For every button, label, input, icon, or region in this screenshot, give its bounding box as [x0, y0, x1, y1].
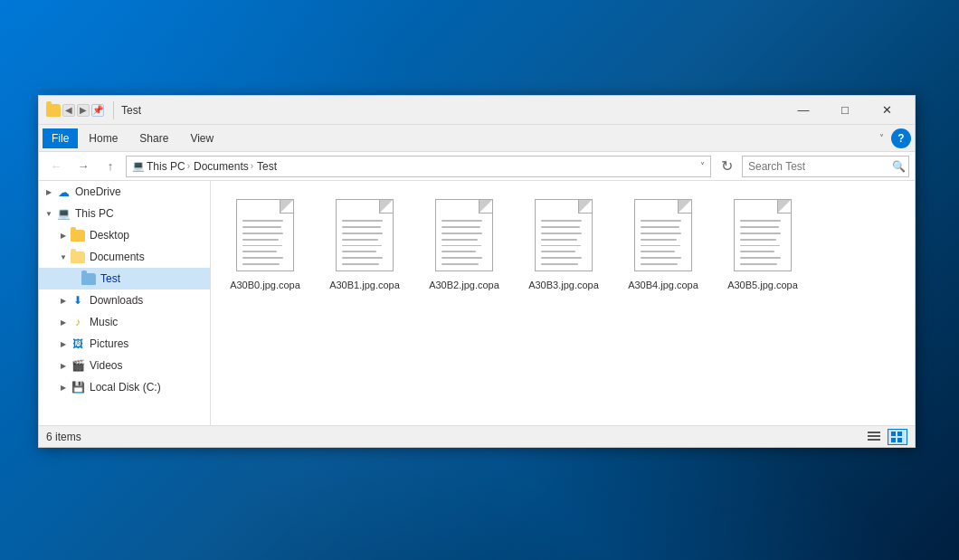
path-test[interactable]: Test	[257, 160, 277, 173]
sidebar-item-videos[interactable]: ▶ 🎬 Videos	[39, 355, 210, 376]
search-box[interactable]: 🔍	[742, 156, 909, 177]
title-pin-icon[interactable]: 📌	[91, 104, 104, 117]
file-area: A30B0.jpg.copa A30B1.jpg.copa	[211, 181, 915, 425]
path-pc-icon: 💻	[132, 160, 145, 172]
minimize-button[interactable]: —	[783, 96, 824, 125]
onedrive-label: OneDrive	[75, 185, 121, 198]
pictures-icon: 🖼	[70, 336, 86, 352]
svg-rect-2	[868, 439, 880, 441]
address-path[interactable]: 💻 This PC › Documents › Test ˅	[126, 156, 711, 177]
pictures-expand-icon: ▶	[57, 337, 70, 350]
sidebar: ▶ ☁ OneDrive ▼ 💻 This PC ▶ Des	[39, 181, 211, 425]
close-button[interactable]: ✕	[866, 96, 907, 125]
refresh-button[interactable]: ↻	[715, 155, 738, 178]
documents-expand-icon: ▼	[57, 251, 70, 263]
file-icon-3	[531, 195, 596, 275]
svg-rect-4	[897, 432, 902, 436]
help-button[interactable]: ?	[891, 128, 911, 148]
videos-label: Videos	[90, 359, 122, 372]
nav-up-button[interactable]: ↑	[99, 155, 122, 178]
test-expand-icon	[71, 272, 81, 285]
title-bar-icons: ◀ ▶ 📌	[46, 104, 104, 117]
ribbon-collapse-icon[interactable]: ˅	[876, 131, 888, 145]
sidebar-item-this-pc[interactable]: ▼ 💻 This PC	[39, 203, 210, 224]
local-disk-label: Local Disk (C:)	[90, 381, 161, 394]
downloads-expand-icon: ▶	[57, 294, 70, 307]
search-input[interactable]	[743, 160, 889, 173]
menu-view[interactable]: View	[179, 128, 224, 148]
large-icons-view-icon	[891, 432, 904, 442]
file-name-4: A30B4.jpg.copa	[628, 279, 698, 291]
details-view-button[interactable]	[864, 429, 884, 445]
window-controls: — □ ✕	[783, 96, 907, 125]
downloads-icon: ⬇	[70, 292, 86, 308]
item-count: 6 items	[46, 431, 81, 443]
videos-expand-icon: ▶	[57, 359, 70, 372]
file-item-0[interactable]: A30B0.jpg.copa	[220, 190, 310, 295]
file-name-5: A30B5.jpg.copa	[727, 279, 798, 291]
file-icon-4	[631, 195, 696, 275]
file-item-1[interactable]: A30B1.jpg.copa	[319, 190, 410, 295]
nav-back-button[interactable]: ←	[44, 155, 68, 178]
menu-share[interactable]: Share	[128, 128, 179, 148]
path-documents[interactable]: Documents ›	[194, 160, 253, 173]
pictures-label: Pictures	[90, 337, 128, 350]
test-label: Test	[100, 272, 120, 285]
sidebar-item-documents[interactable]: ▼ Documents	[39, 246, 210, 268]
path-arrow-1: ›	[187, 161, 190, 171]
file-name-1: A30B1.jpg.copa	[329, 279, 400, 291]
sidebar-item-test[interactable]: Test	[39, 268, 210, 289]
sidebar-item-desktop[interactable]: ▶ Desktop	[39, 224, 210, 246]
address-dropdown-arrow[interactable]: ˅	[700, 161, 705, 171]
sidebar-item-local-disk[interactable]: ▶ 💾 Local Disk (C:)	[39, 376, 210, 398]
music-label: Music	[90, 316, 118, 328]
svg-rect-3	[891, 432, 896, 436]
sidebar-item-pictures[interactable]: ▶ 🖼 Pictures	[39, 333, 210, 355]
file-explorer-window: ◀ ▶ 📌 Test — □ ✕ File Home Share View ˅ …	[38, 95, 916, 448]
menu-bar-right: ˅ ?	[876, 128, 911, 148]
file-item-4[interactable]: A30B4.jpg.copa	[618, 190, 708, 295]
sidebar-item-onedrive[interactable]: ▶ ☁ OneDrive	[39, 181, 210, 203]
downloads-label: Downloads	[90, 294, 143, 307]
file-icon-2	[432, 195, 497, 275]
file-item-2[interactable]: A30B2.jpg.copa	[419, 190, 509, 295]
file-item-5[interactable]: A30B5.jpg.copa	[717, 190, 808, 295]
local-disk-expand-icon: ▶	[57, 381, 70, 394]
svg-rect-5	[891, 438, 896, 442]
large-icons-view-button[interactable]	[888, 429, 907, 445]
music-expand-icon: ▶	[57, 316, 70, 328]
maximize-button[interactable]: □	[824, 96, 866, 125]
this-pc-label: This PC	[75, 207, 114, 220]
local-disk-icon: 💾	[70, 379, 86, 395]
sidebar-item-downloads[interactable]: ▶ ⬇ Downloads	[39, 289, 210, 311]
svg-rect-1	[868, 435, 880, 437]
sidebar-item-music[interactable]: ▶ ♪ Music	[39, 311, 210, 333]
title-bar: ◀ ▶ 📌 Test — □ ✕	[39, 96, 915, 125]
details-view-icon	[868, 432, 880, 442]
file-icon-5	[730, 195, 795, 275]
path-this-pc[interactable]: 💻 This PC ›	[132, 160, 190, 173]
desktop-folder-icon	[70, 227, 86, 243]
this-pc-expand-icon: ▼	[43, 207, 55, 220]
search-icon[interactable]: 🔍	[889, 157, 908, 176]
path-arrow-2: ›	[251, 161, 253, 171]
title-forward-icon[interactable]: ▶	[77, 104, 90, 117]
view-controls	[864, 429, 907, 445]
menu-home[interactable]: Home	[78, 128, 128, 148]
file-item-3[interactable]: A30B3.jpg.copa	[518, 190, 609, 295]
title-folder-icon	[46, 104, 61, 117]
file-icon-1	[332, 195, 397, 275]
music-icon: ♪	[70, 314, 86, 330]
menu-file[interactable]: File	[43, 128, 78, 148]
this-pc-icon: 💻	[55, 205, 71, 222]
title-back-icon[interactable]: ◀	[62, 104, 75, 117]
status-bar: 6 items	[39, 425, 915, 447]
svg-rect-0	[868, 432, 880, 433]
file-icon-0	[233, 195, 298, 275]
documents-label: Documents	[90, 251, 145, 263]
window-title: Test	[121, 104, 783, 117]
nav-forward-button[interactable]: →	[71, 155, 95, 178]
desktop-expand-icon: ▶	[57, 229, 70, 242]
desktop-label: Desktop	[90, 229, 129, 242]
videos-icon: 🎬	[70, 357, 86, 374]
